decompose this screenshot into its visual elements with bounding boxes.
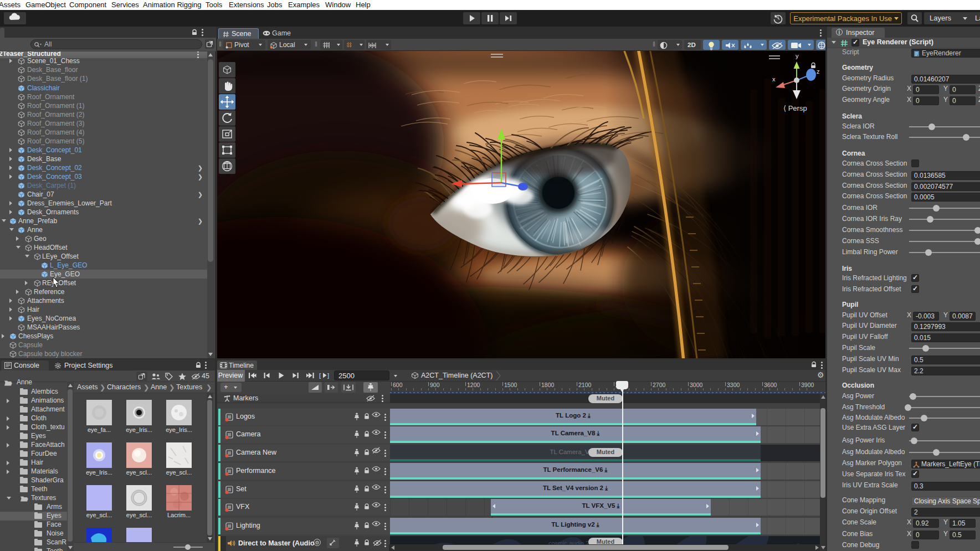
svg-text:⟨ Persp: ⟨ Persp [783,104,807,112]
svg-text:z: z [817,68,820,75]
svg-text:x: x [772,76,776,83]
svg-text:[: [ [319,372,321,379]
svg-text:]: ] [327,372,329,379]
svg-text:y: y [796,53,799,59]
